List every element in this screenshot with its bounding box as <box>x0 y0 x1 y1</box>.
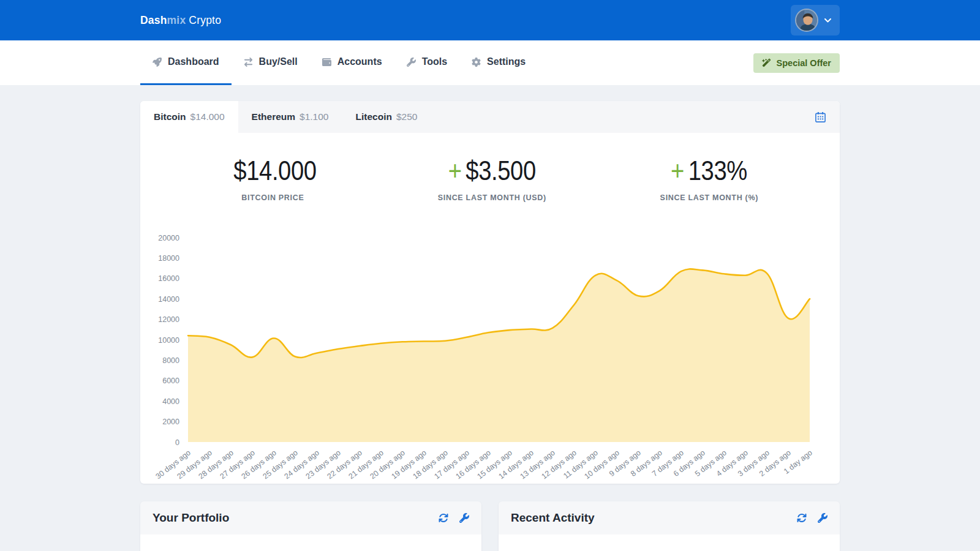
brand-suffix: Crypto <box>189 14 221 26</box>
app-header: DashmixCrypto <box>0 0 980 40</box>
chevron-down-icon <box>824 18 831 23</box>
svg-text:6000: 6000 <box>162 377 179 385</box>
refresh-button[interactable] <box>797 513 807 523</box>
stat-label: BITCOIN PRICE <box>222 193 324 202</box>
tab-coin-name: Bitcoin <box>154 111 186 122</box>
wrench-icon <box>818 513 827 523</box>
nav-item-tools[interactable]: Tools <box>394 40 459 85</box>
tab-coin-price: $1.100 <box>300 111 328 122</box>
nav-label: Accounts <box>337 56 382 67</box>
tab-ethereum[interactable]: Ethereum $1.100 <box>238 101 342 133</box>
wrench-icon <box>459 513 469 523</box>
stat-label: SINCE LAST MONTH (USD) <box>438 193 546 202</box>
nav-label: Dashboard <box>168 56 219 67</box>
brand-logo[interactable]: DashmixCrypto <box>140 14 221 27</box>
recent-activity-panel: Recent Activity <box>499 501 840 551</box>
svg-text:20000: 20000 <box>158 234 179 242</box>
user-menu-button[interactable] <box>791 5 840 36</box>
stat-value: $3.500 <box>466 155 535 186</box>
calendar-button[interactable] <box>811 108 840 127</box>
stat-prefix: + <box>671 155 684 186</box>
nav-item-settings[interactable]: Settings <box>459 40 538 85</box>
nav-item-accounts[interactable]: Accounts <box>310 40 394 85</box>
bottom-panels-row: Your Portfolio Recent Activity <box>140 501 840 551</box>
brand-bold: Dash <box>140 14 167 26</box>
stat-change-usd: +$3.500 SINCE LAST MONTH (USD) <box>438 155 546 202</box>
refresh-icon <box>439 513 448 523</box>
svg-text:0: 0 <box>175 438 179 447</box>
nav-item-buy-sell[interactable]: Buy/Sell <box>232 40 310 85</box>
settings-wrench-button[interactable] <box>459 513 469 523</box>
refresh-button[interactable] <box>439 513 448 523</box>
tab-coin-price: $250 <box>396 111 417 122</box>
panel-title: Recent Activity <box>511 511 595 525</box>
tab-coin-name: Ethereum <box>252 111 296 122</box>
svg-text:2000: 2000 <box>162 418 179 426</box>
brand-mid: mix <box>167 14 186 26</box>
svg-text:10000: 10000 <box>158 336 179 345</box>
recent-activity-panel-header: Recent Activity <box>499 501 840 534</box>
settings-wrench-button[interactable] <box>818 513 827 523</box>
panel-title: Your Portfolio <box>153 511 229 525</box>
calendar-icon <box>815 111 826 123</box>
nav-label: Settings <box>487 56 526 67</box>
stat-bitcoin-price: $14.000 BITCOIN PRICE <box>222 155 324 202</box>
portfolio-panel-header: Your Portfolio <box>140 501 481 534</box>
special-offer-label: Special Offer <box>777 58 831 68</box>
price-chart-area: 0200040006000800010000120001400016000180… <box>140 220 840 484</box>
stat-value: $14.000 <box>233 155 316 186</box>
portfolio-panel-body <box>140 534 481 551</box>
svg-text:4000: 4000 <box>162 397 179 406</box>
avatar <box>795 9 818 32</box>
page-content: Bitcoin $14.000 Ethereum $1.100 Litecoin… <box>0 85 980 551</box>
refresh-icon <box>797 513 807 523</box>
stat-value: 133% <box>688 155 747 186</box>
svg-text:16000: 16000 <box>158 274 179 283</box>
svg-text:14000: 14000 <box>158 295 179 304</box>
wrench-icon <box>407 58 416 67</box>
stats-row: $14.000 BITCOIN PRICE +$3.500 SINCE LAST… <box>140 133 840 220</box>
portfolio-panel: Your Portfolio <box>140 501 481 551</box>
main-navigation: Dashboard Buy/Sell Accounts Tools Settin… <box>0 40 980 85</box>
rocket-icon <box>153 58 162 67</box>
stat-prefix: + <box>448 155 462 186</box>
svg-text:18000: 18000 <box>158 254 179 263</box>
crypto-tabbar: Bitcoin $14.000 Ethereum $1.100 Litecoin… <box>140 101 840 133</box>
exchange-icon <box>244 58 253 67</box>
crypto-overview-card: Bitcoin $14.000 Ethereum $1.100 Litecoin… <box>140 101 840 484</box>
recent-activity-panel-body <box>499 534 840 551</box>
nav-label: Tools <box>422 56 447 67</box>
nav-label: Buy/Sell <box>259 56 298 67</box>
price-area-chart: 0200040006000800010000120001400016000180… <box>140 220 840 484</box>
tab-coin-price: $14.000 <box>190 111 225 122</box>
tab-coin-name: Litecoin <box>355 111 391 122</box>
stat-change-percent: +133% SINCE LAST MONTH (%) <box>660 155 759 202</box>
svg-text:12000: 12000 <box>158 315 179 324</box>
stat-label: SINCE LAST MONTH (%) <box>660 193 759 202</box>
gear-icon <box>472 58 481 67</box>
wallet-icon <box>322 58 331 67</box>
tab-litecoin[interactable]: Litecoin $250 <box>342 101 431 133</box>
special-offer-button[interactable]: Special Offer <box>753 53 840 73</box>
svg-text:8000: 8000 <box>162 356 179 365</box>
magic-wand-icon <box>762 58 771 67</box>
tab-bitcoin[interactable]: Bitcoin $14.000 <box>140 101 238 133</box>
nav-item-dashboard[interactable]: Dashboard <box>140 40 232 85</box>
